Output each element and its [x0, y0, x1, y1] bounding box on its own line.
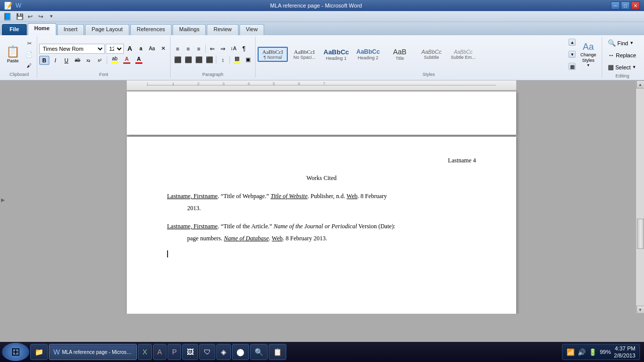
- tab-insert[interactable]: Insert: [57, 24, 85, 35]
- taskbar-safari[interactable]: ◈: [216, 344, 231, 360]
- numbering-button[interactable]: ≡: [183, 44, 193, 53]
- minimize-button[interactable]: ─: [611, 2, 620, 10]
- align-left-button[interactable]: ⬛: [173, 55, 183, 64]
- taskbar-codeshare[interactable]: 📋: [269, 344, 286, 360]
- justify-button[interactable]: ⬛: [204, 55, 214, 64]
- quick-save-button[interactable]: 💾: [15, 12, 24, 21]
- change-styles-arrow: ▼: [587, 63, 590, 67]
- citation-1-line: Lastname, Firstname. “Title of Webpage.”…: [167, 190, 476, 202]
- style-heading2[interactable]: AaBbCc Heading 2: [353, 47, 383, 62]
- scroll-up-button[interactable]: ▲: [636, 80, 645, 88]
- style-subtle-em[interactable]: AaBbCc Subtle Em...: [448, 48, 478, 61]
- align-center-button[interactable]: ⬛: [183, 55, 193, 64]
- citation-2-db: Name of Database: [224, 235, 269, 242]
- bullets-button[interactable]: ≡: [173, 44, 183, 53]
- citation-2-continuation: page numbers. Name of Database. Web. 8 F…: [167, 232, 476, 244]
- style-subtitle[interactable]: AaBbCc Subtitle: [417, 47, 447, 61]
- tray-battery-icon[interactable]: 🔋: [589, 348, 597, 356]
- text-effect-button[interactable]: A: [121, 55, 132, 65]
- tab-mailings[interactable]: Mailings: [173, 24, 206, 35]
- show-marks-button[interactable]: ¶: [239, 44, 249, 53]
- styles-up-button[interactable]: ▲: [569, 39, 576, 46]
- text-highlight-button[interactable]: ab: [109, 55, 120, 65]
- styles-label: Styles: [258, 72, 600, 77]
- ruler: | 1 2 3 4 5 6 7: [127, 80, 516, 90]
- decrease-indent-button[interactable]: ⇐: [207, 44, 217, 53]
- styles-more-button[interactable]: ▦: [569, 63, 576, 70]
- scroll-thumb[interactable]: [637, 219, 644, 249]
- styles-down-button[interactable]: ▼: [569, 51, 576, 58]
- format-painter-button[interactable]: 🖌: [24, 60, 35, 70]
- paste-button[interactable]: 📋 Paste: [4, 38, 22, 71]
- tab-file[interactable]: File: [2, 24, 27, 35]
- replace-button[interactable]: ↔ Replace: [604, 50, 640, 60]
- page-main[interactable]: Lastname 4 Works Cited Lastname, Firstna…: [127, 137, 516, 314]
- tab-page-layout[interactable]: Page Layout: [85, 24, 129, 35]
- taskbar-word[interactable]: W MLA reference page - Microsoft Word: [49, 344, 137, 360]
- taskbar-photo[interactable]: 🖼: [182, 344, 198, 360]
- clipboard-group: 📋 Paste ✂ 📄 🖌 Clipboard: [2, 37, 37, 78]
- sort-button[interactable]: ↕A: [228, 44, 238, 53]
- tab-view[interactable]: View: [239, 24, 265, 35]
- close-button[interactable]: ✕: [631, 2, 640, 10]
- taskbar-explorer[interactable]: 📁: [30, 344, 48, 360]
- start-button[interactable]: ⊞: [2, 343, 29, 361]
- italic-button[interactable]: I: [50, 56, 60, 65]
- styles-group: AaBbCcI ¶ Normal AaBbCcI No Spaci... AaB…: [256, 37, 602, 78]
- font-size-select[interactable]: 12: [106, 44, 124, 54]
- font-grow-button[interactable]: A: [125, 44, 135, 53]
- tray-icon-2[interactable]: 🔊: [578, 348, 586, 356]
- taskbar-excel[interactable]: X: [138, 344, 151, 360]
- taskbar-chrome[interactable]: ⬤: [232, 344, 249, 360]
- font-name-select[interactable]: Times New Rom: [39, 44, 105, 54]
- quick-undo-button[interactable]: ↩: [26, 12, 35, 21]
- taskbar-search[interactable]: 🔍: [250, 344, 268, 360]
- style-title[interactable]: AaB Title: [385, 46, 415, 62]
- shading-button[interactable]: ▦: [231, 55, 243, 65]
- quick-more-button[interactable]: ▼: [47, 12, 56, 21]
- page-previous: [127, 92, 516, 135]
- right-scrollbar: ▲ ▼: [636, 80, 644, 314]
- font-label: Font: [39, 72, 168, 77]
- scroll-track[interactable]: [637, 88, 644, 306]
- copy-button[interactable]: 📄: [24, 49, 35, 59]
- bold-button[interactable]: B: [39, 56, 49, 65]
- font-shrink-button[interactable]: a: [136, 44, 146, 53]
- taskbar-publisher[interactable]: P: [168, 344, 181, 360]
- scroll-down-button[interactable]: ▼: [636, 306, 645, 314]
- change-styles-button[interactable]: Aa ChangeStyles ▼: [577, 38, 600, 71]
- multilevel-button[interactable]: ≡: [194, 44, 204, 53]
- cut-button[interactable]: ✂: [24, 38, 35, 48]
- taskbar-access[interactable]: A: [153, 344, 167, 360]
- style-normal[interactable]: AaBbCcI ¶ Normal: [258, 47, 288, 62]
- clear-format-button[interactable]: ✕: [158, 44, 168, 53]
- citation-2: Lastname, Firstname. “Title of the Artic…: [167, 220, 476, 244]
- increase-indent-button[interactable]: ⇒: [218, 44, 228, 53]
- select-button[interactable]: ▦ Select ▼: [604, 62, 640, 72]
- change-case-button[interactable]: Aa: [147, 44, 157, 53]
- page-header: Lastname 4: [167, 157, 476, 164]
- tray-battery-pct: 99%: [600, 349, 611, 355]
- change-styles-icon: Aa: [583, 42, 594, 52]
- tray-icon-1[interactable]: 📶: [567, 348, 575, 356]
- maximize-button[interactable]: □: [621, 2, 630, 10]
- quick-redo-button[interactable]: ↪: [36, 12, 45, 21]
- font-divider: [107, 56, 107, 64]
- subscript-button[interactable]: x₂: [84, 56, 94, 65]
- tab-home[interactable]: Home: [28, 23, 56, 35]
- line-spacing-button[interactable]: ↕: [218, 55, 228, 64]
- style-no-spacing[interactable]: AaBbCcI No Spaci...: [289, 47, 319, 61]
- taskbar-shield[interactable]: 🛡: [199, 344, 215, 360]
- strikethrough-button[interactable]: ab: [72, 56, 83, 65]
- find-button[interactable]: 🔍 Find ▼: [604, 38, 640, 48]
- tab-review[interactable]: Review: [207, 24, 238, 35]
- tab-references[interactable]: References: [130, 24, 172, 35]
- align-right-button[interactable]: ⬛: [194, 55, 204, 64]
- style-heading1[interactable]: AaBbCc Heading 1: [321, 47, 352, 62]
- borders-button[interactable]: ▣: [243, 55, 253, 64]
- main-area: ▶ | 1 2 3 4 5 6 7: [0, 80, 644, 314]
- superscript-button[interactable]: x²: [95, 56, 105, 65]
- underline-button[interactable]: U: [61, 56, 71, 65]
- font-color-button[interactable]: A: [133, 55, 144, 65]
- ribbon-content: 📋 Paste ✂ 📄 🖌 Clipboard Times New Rom: [2, 37, 642, 78]
